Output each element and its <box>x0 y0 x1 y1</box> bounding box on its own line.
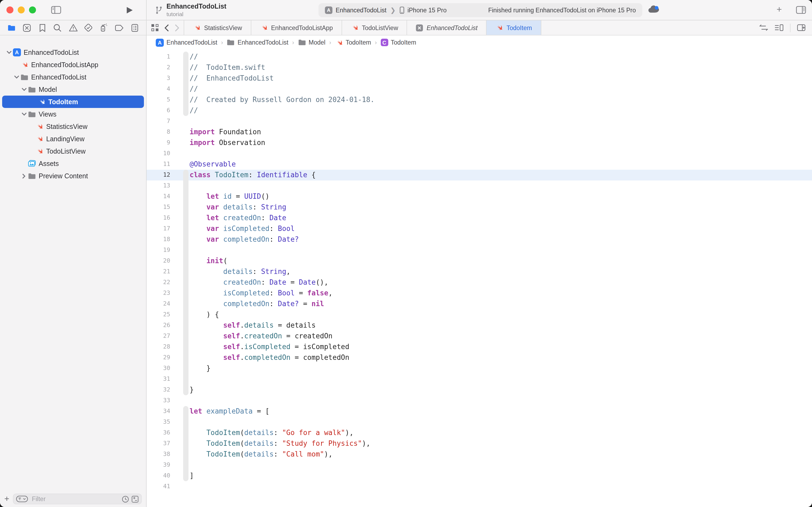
line-number[interactable]: 34 <box>147 406 170 417</box>
code-line-27[interactable]: 27 self.createdOn = createdOn <box>147 331 812 342</box>
sidebar-item-enhancedtodolist[interactable]: EnhancedTodoList <box>0 71 146 83</box>
chevron-down-icon[interactable] <box>20 88 27 91</box>
line-number[interactable]: 20 <box>147 256 170 266</box>
code-line-31[interactable]: 31 <box>147 374 812 385</box>
sidebar-item-enhancedtodolistapp[interactable]: EnhancedTodoListApp <box>0 59 146 71</box>
minimize-window-button[interactable] <box>18 6 25 13</box>
line-number[interactable]: 15 <box>147 202 170 213</box>
add-file-button[interactable]: + <box>4 495 9 503</box>
code-line-5[interactable]: 5// Created by Russell Gordon on 2024-01… <box>147 95 812 105</box>
recent-files-icon[interactable] <box>122 496 129 502</box>
project-navigator-icon[interactable] <box>5 22 17 34</box>
code-line-41[interactable]: 41 <box>147 481 812 492</box>
add-editor-icon[interactable] <box>797 24 806 31</box>
sidebar-item-todolistview[interactable]: TodoListView <box>0 145 146 157</box>
code-line-26[interactable]: 26 self.details = details <box>147 320 812 331</box>
related-items-icon[interactable] <box>151 23 159 32</box>
line-number[interactable]: 28 <box>147 342 170 352</box>
line-number[interactable]: 4 <box>147 84 170 95</box>
line-number[interactable]: 29 <box>147 352 170 363</box>
line-number[interactable]: 41 <box>147 481 170 492</box>
sidebar-item-assets[interactable]: Assets <box>0 157 146 170</box>
reports-icon[interactable] <box>129 22 141 34</box>
tab-enhancedtodolistapp[interactable]: EnhancedTodoListApp <box>251 20 342 35</box>
breakpoints-icon[interactable] <box>114 22 125 34</box>
code-line-2[interactable]: 2// TodoItem.swift <box>147 62 812 73</box>
line-number[interactable]: 27 <box>147 331 170 342</box>
source-control-filter-icon[interactable] <box>131 496 138 502</box>
sidebar-item-landingview[interactable]: LandingView <box>0 133 146 145</box>
breadcrumb-item-enhancedtodolist[interactable]: AEnhancedTodoList <box>156 39 217 47</box>
line-number[interactable]: 24 <box>147 299 170 309</box>
line-number[interactable]: 38 <box>147 449 170 460</box>
code-line-6[interactable]: 6// <box>147 105 812 116</box>
line-number[interactable]: 17 <box>147 223 170 234</box>
code-line-33[interactable]: 33 <box>147 395 812 406</box>
run-button[interactable] <box>122 4 136 16</box>
line-number[interactable]: 32 <box>147 385 170 395</box>
code-line-34[interactable]: 34let exampleData = [ <box>147 406 812 417</box>
code-line-25[interactable]: 25 ) { <box>147 309 812 320</box>
line-number[interactable]: 22 <box>147 277 170 288</box>
tab-enhancedtodolist[interactable]: EnhancedTodoList <box>407 20 487 35</box>
line-number[interactable]: 5 <box>147 95 170 105</box>
filter-input[interactable] <box>31 495 119 503</box>
code-line-22[interactable]: 22 createdOn: Date = Date(), <box>147 277 812 288</box>
code-line-21[interactable]: 21 details: String, <box>147 266 812 277</box>
code-line-14[interactable]: 14 let id = UUID() <box>147 191 812 202</box>
line-number[interactable]: 10 <box>147 148 170 159</box>
toggle-navigator-icon[interactable] <box>49 4 63 16</box>
line-number[interactable]: 37 <box>147 438 170 449</box>
go-forward-icon[interactable] <box>175 24 179 32</box>
tab-statisticsview[interactable]: StatisticsView <box>184 20 251 35</box>
line-number[interactable]: 36 <box>147 428 170 438</box>
code-line-29[interactable]: 29 self.completedOn = completedOn <box>147 352 812 363</box>
line-number[interactable]: 9 <box>147 137 170 148</box>
code-line-39[interactable]: 39 <box>147 460 812 470</box>
line-number[interactable]: 12 <box>147 170 170 180</box>
sidebar-item-statisticsview[interactable]: StatisticsView <box>0 120 146 133</box>
line-number[interactable]: 13 <box>147 180 170 191</box>
tests-icon[interactable] <box>83 22 95 34</box>
code-line-10[interactable]: 10 <box>147 148 812 159</box>
sidebar-item-views[interactable]: Views <box>0 108 146 120</box>
chevron-down-icon[interactable] <box>20 112 27 116</box>
code-line-36[interactable]: 36 TodoItem(details: "Go for a walk"), <box>147 428 812 438</box>
line-number[interactable]: 26 <box>147 320 170 331</box>
swap-editor-icon[interactable] <box>759 24 768 31</box>
run-destination-selector[interactable]: iPhone 15 Pro <box>399 6 447 14</box>
debug-icon[interactable] <box>98 22 110 34</box>
code-line-40[interactable]: 40] <box>147 470 812 481</box>
code-line-9[interactable]: 9import Observation <box>147 137 812 148</box>
find-icon[interactable] <box>52 22 64 34</box>
code-line-1[interactable]: 1// <box>147 52 812 62</box>
code-line-32[interactable]: 32} <box>147 385 812 395</box>
sidebar-item-todoitem[interactable]: TodoItem <box>2 96 144 108</box>
chevron-down-icon[interactable] <box>5 51 12 54</box>
source-editor[interactable]: 1//2// TodoItem.swift3// EnhancedTodoLis… <box>147 49 812 507</box>
code-line-23[interactable]: 23 isCompleted: Bool = false, <box>147 288 812 299</box>
line-number[interactable]: 21 <box>147 266 170 277</box>
code-line-38[interactable]: 38 TodoItem(details: "Call mom"), <box>147 449 812 460</box>
line-number[interactable]: 25 <box>147 309 170 320</box>
editor-options-icon[interactable] <box>774 24 784 31</box>
line-number[interactable]: 2 <box>147 62 170 73</box>
line-number[interactable]: 35 <box>147 417 170 428</box>
line-number[interactable]: 39 <box>147 460 170 470</box>
line-number[interactable]: 14 <box>147 191 170 202</box>
chevron-down-icon[interactable] <box>13 75 20 79</box>
code-line-13[interactable]: 13 <box>147 180 812 191</box>
code-line-17[interactable]: 17 var isCompleted: Bool <box>147 223 812 234</box>
code-line-7[interactable]: 7 <box>147 116 812 127</box>
sidebar-item-enhancedtodolist[interactable]: AEnhancedTodoList <box>0 46 146 59</box>
line-number[interactable]: 7 <box>147 116 170 127</box>
line-number[interactable]: 40 <box>147 470 170 481</box>
code-line-15[interactable]: 15 var details: String <box>147 202 812 213</box>
code-line-11[interactable]: 11@Observable <box>147 159 812 170</box>
bookmarks-icon[interactable] <box>36 22 48 34</box>
line-number[interactable]: 33 <box>147 395 170 406</box>
breadcrumb-item-todoitem[interactable]: CTodoItem <box>381 39 416 46</box>
line-number[interactable]: 6 <box>147 105 170 116</box>
issues-icon[interactable] <box>67 22 79 34</box>
line-number[interactable]: 8 <box>147 127 170 137</box>
